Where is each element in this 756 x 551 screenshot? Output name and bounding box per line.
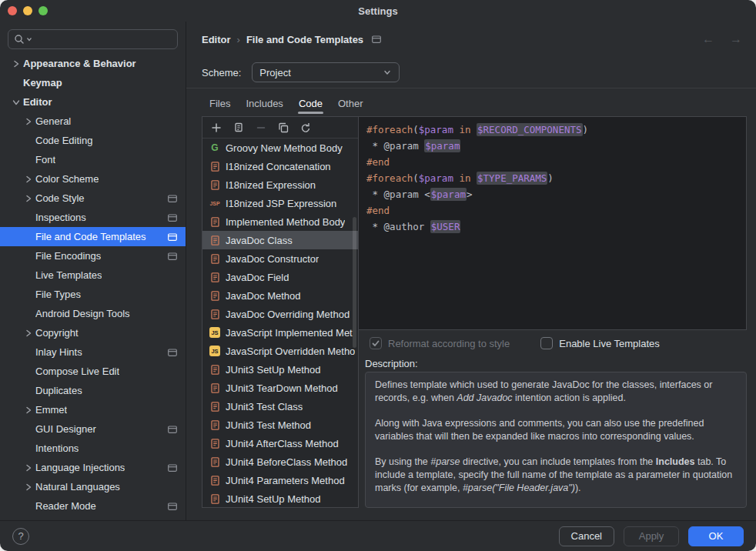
chevron-down-icon[interactable] xyxy=(9,92,23,112)
sidebar-item-language-injections[interactable]: Language Injections xyxy=(0,458,186,477)
sidebar-item-editor[interactable]: Editor xyxy=(0,92,186,112)
sidebar-item-natural-languages[interactable]: Natural Languages xyxy=(0,477,186,496)
js-icon: JS xyxy=(209,327,221,338)
maximize-button[interactable] xyxy=(38,6,48,15)
enable-live-templates-checkbox[interactable]: Enable Live Templates xyxy=(540,337,660,349)
sidebar-item-appearance-behavior[interactable]: Appearance & Behavior xyxy=(0,54,186,73)
template-item-javadoc-field[interactable]: JavaDoc Field xyxy=(202,268,358,286)
template-item-label: JavaDoc Method xyxy=(226,290,301,302)
chevron-spacer xyxy=(22,265,35,285)
sidebar-item-copyright[interactable]: Copyright xyxy=(0,323,186,342)
chevron-right-icon[interactable] xyxy=(22,458,35,477)
back-button[interactable]: ← xyxy=(702,33,714,45)
template-item-junit3-test-class[interactable]: JUnit3 Test Class xyxy=(202,397,358,416)
sidebar-item-code-style[interactable]: Code Style xyxy=(0,189,186,208)
settings-scope-icon xyxy=(371,34,382,45)
code-line: * @param $param xyxy=(366,138,738,154)
sidebar-item-file-encodings[interactable]: File Encodings xyxy=(0,246,186,265)
tab-code[interactable]: Code xyxy=(291,90,330,116)
template-item-i18nized-jsp-expression[interactable]: JSPI18nized JSP Expression xyxy=(202,194,358,212)
template-item-javascript-implemented-met[interactable]: JSJavaScript Implemented Met xyxy=(202,323,358,342)
sidebar-item-file-types[interactable]: File Types xyxy=(0,285,186,304)
template-item-junit3-test-method[interactable]: JUnit3 Test Method xyxy=(202,416,358,434)
cancel-button[interactable]: Cancel xyxy=(559,526,614,546)
sidebar-item-duplicates[interactable]: Duplicates xyxy=(0,381,186,400)
template-icon xyxy=(209,216,221,228)
template-item-javadoc-method[interactable]: JavaDoc Method xyxy=(202,286,358,305)
reformat-according-to-style-checkbox[interactable]: Reformat according to style xyxy=(370,337,510,349)
template-item-javadoc-class[interactable]: JavaDoc Class xyxy=(202,231,358,249)
ok-button[interactable]: OK xyxy=(688,526,744,546)
template-item-junit4-parameters-method[interactable]: JUnit4 Parameters Method xyxy=(202,471,358,489)
template-item-label: JUnit4 Parameters Method xyxy=(226,475,345,486)
sidebar-item-inlay-hints[interactable]: Inlay Hints xyxy=(0,342,186,362)
sidebar-item-label: Color Scheme xyxy=(35,173,99,185)
sidebar-item-live-templates[interactable]: Live Templates xyxy=(0,265,186,285)
sidebar-item-color-scheme[interactable]: Color Scheme xyxy=(0,169,186,189)
close-button[interactable] xyxy=(8,6,17,15)
sidebar-item-compose-live-edit[interactable]: Compose Live Edit xyxy=(0,362,186,381)
template-editor[interactable]: #foreach($param in $RECORD_COMPONENTS) *… xyxy=(359,116,747,330)
sidebar-item-label: Font xyxy=(35,154,55,165)
chevron-right-icon[interactable] xyxy=(22,112,35,131)
sidebar-item-file-and-code-templates[interactable]: File and Code Templates xyxy=(0,227,186,246)
sidebar-item-inspections[interactable]: Inspections xyxy=(0,208,186,227)
apply-button[interactable]: Apply xyxy=(624,526,679,546)
tab-files[interactable]: Files xyxy=(202,90,238,116)
forward-button[interactable]: → xyxy=(730,33,742,45)
sidebar-item-reader-mode[interactable]: Reader Mode xyxy=(0,496,186,516)
template-item-junit4-afterclass-method[interactable]: JUnit4 AfterClass Method xyxy=(202,434,358,452)
remove-template-button[interactable] xyxy=(255,122,267,134)
sidebar-item-android-design-tools[interactable]: Android Design Tools xyxy=(0,304,186,323)
sidebar-item-general[interactable]: General xyxy=(0,112,186,131)
search-icon xyxy=(13,33,25,45)
chevron-spacer xyxy=(22,362,35,381)
templates-scrollbar[interactable] xyxy=(353,217,356,348)
duplicate-template-button[interactable] xyxy=(277,122,289,134)
revert-template-button[interactable] xyxy=(299,122,312,134)
chevron-right-icon[interactable] xyxy=(22,169,35,189)
template-icon xyxy=(209,253,221,265)
settings-search-input[interactable] xyxy=(8,29,178,49)
sidebar-item-intentions[interactable]: Intentions xyxy=(0,439,186,458)
template-item-junit3-teardown-method[interactable]: JUnit3 TearDown Method xyxy=(202,379,358,397)
template-item-javadoc-overriding-method[interactable]: JavaDoc Overriding Method xyxy=(202,305,358,323)
template-item-i18nized-concatenation[interactable]: I18nized Concatenation xyxy=(202,157,358,175)
template-item-javascript-overridden-metho[interactable]: JSJavaScript Overridden Metho xyxy=(202,342,358,360)
template-tabs: FilesIncludesCodeOther xyxy=(202,88,747,116)
sidebar-item-font[interactable]: Font xyxy=(0,150,186,169)
sidebar-item-gui-designer[interactable]: GUI Designer xyxy=(0,419,186,439)
template-item-junit3-setup-method[interactable]: JUnit3 SetUp Method xyxy=(202,360,358,379)
add-template-button[interactable] xyxy=(210,122,222,134)
sidebar-item-label: GUI Designer xyxy=(35,423,96,435)
minimize-button[interactable] xyxy=(23,6,32,15)
sidebar-item-code-editing[interactable]: Code Editing xyxy=(0,131,186,150)
scheme-select[interactable]: Project xyxy=(252,62,400,82)
chevron-spacer xyxy=(22,285,35,304)
template-item-javadoc-constructor[interactable]: JavaDoc Constructor xyxy=(202,249,358,268)
footer: ? Cancel Apply OK xyxy=(0,520,756,551)
template-item-junit4-setup-method[interactable]: JUnit4 SetUp Method xyxy=(202,489,358,507)
tab-includes[interactable]: Includes xyxy=(238,90,290,116)
template-item-junit4-beforeclass-method[interactable]: JUnit4 BeforeClass Method xyxy=(202,452,358,471)
templates-panel: GGroovy New Method BodyI18nized Concaten… xyxy=(202,116,359,508)
template-item-implemented-method-body[interactable]: Implemented Method Body xyxy=(202,212,358,231)
sidebar-item-label: Inlay Hints xyxy=(35,346,82,358)
copy-template-button[interactable] xyxy=(232,122,245,134)
chevron-right-icon[interactable] xyxy=(22,189,35,208)
help-button[interactable]: ? xyxy=(12,528,29,545)
chevron-right-icon[interactable] xyxy=(22,323,35,342)
chevron-spacer xyxy=(22,227,35,246)
template-item-i18nized-expression[interactable]: I18nized Expression xyxy=(202,175,358,194)
sidebar-item-keymap[interactable]: Keymap xyxy=(0,73,186,92)
breadcrumb-item-editor[interactable]: Editor xyxy=(202,34,231,45)
sidebar-item-emmet[interactable]: Emmet xyxy=(0,400,186,419)
groovy-icon: G xyxy=(209,142,221,153)
chevron-right-icon[interactable] xyxy=(22,477,35,496)
breadcrumb-item-file-and-code-templates[interactable]: File and Code Templates xyxy=(246,34,363,45)
template-item-groovy-new-method-body[interactable]: GGroovy New Method Body xyxy=(202,139,358,157)
chevron-right-icon[interactable] xyxy=(9,54,23,73)
tab-other[interactable]: Other xyxy=(330,90,371,116)
chevron-right-icon[interactable] xyxy=(22,400,35,419)
checkbox-unchecked-icon xyxy=(540,337,553,349)
